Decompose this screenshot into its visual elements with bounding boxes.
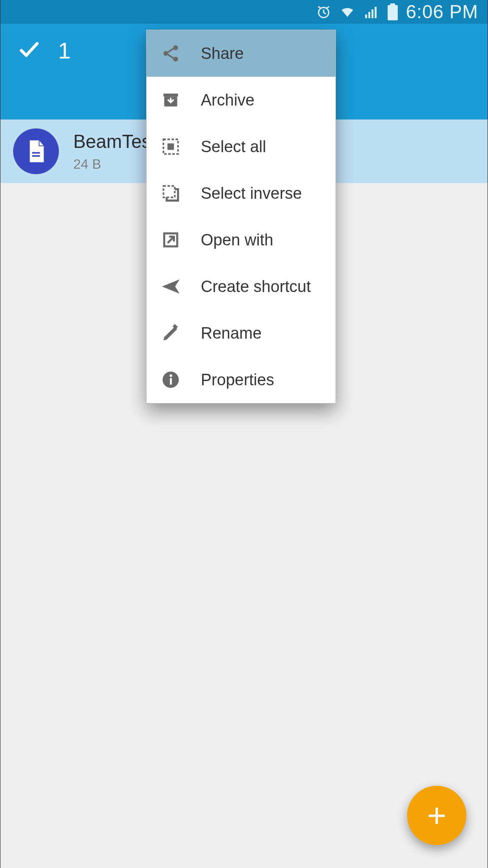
menu-item-archive[interactable]: Archive (147, 77, 336, 123)
menu-item-select-all[interactable]: Select all (147, 123, 336, 170)
alarm-icon (316, 4, 331, 19)
svg-rect-6 (390, 3, 395, 6)
plus-icon: + (427, 799, 446, 832)
menu-item-create-shortcut[interactable]: Create shortcut (147, 263, 336, 310)
file-type-icon (13, 128, 59, 174)
clock-text: 6:06 PM (406, 1, 478, 22)
menu-label: Create shortcut (201, 278, 311, 296)
select-inverse-icon (160, 183, 181, 204)
add-fab[interactable]: + (407, 786, 466, 845)
menu-label: Select all (201, 138, 266, 156)
open-with-icon (160, 229, 181, 250)
info-icon (160, 369, 181, 390)
menu-label: Properties (201, 371, 274, 389)
svg-rect-2 (369, 12, 371, 18)
menu-item-select-inverse[interactable]: Select inverse (147, 170, 336, 217)
menu-label: Rename (201, 324, 262, 342)
svg-point-9 (173, 45, 178, 50)
shortcut-icon (160, 276, 181, 297)
battery-icon (387, 3, 398, 20)
file-size: 24 B (73, 156, 156, 172)
menu-label: Share (201, 45, 244, 63)
svg-rect-1 (365, 14, 367, 18)
svg-rect-4 (375, 7, 377, 18)
selected-count: 1 (58, 37, 71, 64)
status-bar: 6:06 PM (0, 0, 488, 24)
svg-rect-20 (170, 378, 172, 384)
svg-rect-7 (32, 152, 40, 154)
svg-rect-5 (388, 5, 398, 20)
svg-rect-8 (32, 155, 40, 157)
menu-label: Archive (201, 91, 255, 109)
select-all-icon (160, 136, 181, 157)
signal-icon (363, 4, 380, 19)
menu-item-properties[interactable]: Properties (147, 356, 336, 403)
menu-label: Select inverse (201, 184, 302, 203)
menu-label: Open with (201, 231, 273, 249)
file-name: BeamTest (73, 131, 156, 152)
rename-icon (160, 323, 181, 344)
wifi-icon (339, 4, 356, 19)
svg-point-11 (173, 57, 178, 62)
svg-rect-3 (372, 9, 374, 18)
svg-rect-12 (164, 94, 178, 97)
menu-item-share[interactable]: Share (147, 30, 336, 77)
menu-item-rename[interactable]: Rename (147, 310, 336, 356)
archive-icon (160, 89, 181, 111)
svg-point-10 (164, 51, 169, 56)
svg-rect-15 (167, 143, 174, 150)
share-icon (160, 43, 181, 64)
svg-rect-16 (164, 186, 175, 198)
overflow-menu: Share Archive Select all Select inverse … (146, 30, 336, 403)
svg-point-21 (169, 374, 172, 377)
done-icon[interactable] (17, 39, 41, 62)
menu-item-open-with[interactable]: Open with (147, 217, 336, 263)
